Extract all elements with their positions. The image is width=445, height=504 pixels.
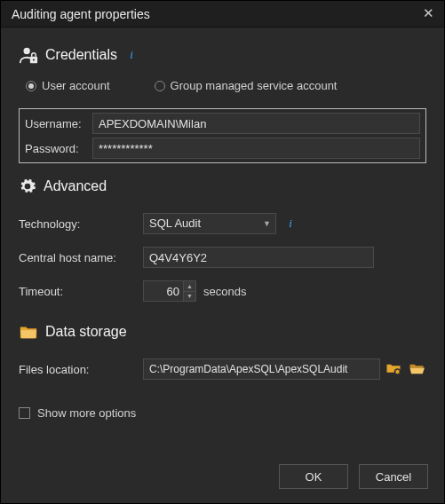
- account-type-group: User account Group managed service accou…: [19, 79, 426, 92]
- user-lock-icon: [19, 45, 38, 65]
- storage-header: Data storage: [19, 323, 426, 341]
- browse-network-button[interactable]: [384, 359, 403, 379]
- files-location-row: [143, 358, 426, 380]
- dialog-body: Credentials i User account Group managed…: [1, 28, 444, 453]
- info-icon[interactable]: i: [124, 48, 139, 62]
- radio-user-account[interactable]: User account: [26, 79, 110, 92]
- technology-value: SQL Audit: [143, 213, 276, 234]
- svg-point-3: [26, 185, 29, 188]
- svg-point-0: [24, 48, 30, 54]
- storage-heading: Data storage: [45, 324, 127, 340]
- timeout-stepper[interactable]: ▲ ▼: [143, 280, 196, 302]
- folder-open-icon: [409, 362, 425, 376]
- storage-form: Files location:: [19, 358, 426, 380]
- username-label: Username:: [25, 117, 87, 130]
- close-button[interactable]: ✕: [419, 5, 437, 23]
- credentials-box: Username: Password:: [19, 108, 426, 163]
- dialog-footer: OK Cancel: [1, 453, 444, 503]
- username-row: Username:: [25, 113, 420, 134]
- cancel-button[interactable]: Cancel: [359, 464, 428, 489]
- radio-user-label: User account: [42, 79, 110, 92]
- show-more-options[interactable]: Show more options: [19, 406, 426, 420]
- spin-down-button[interactable]: ▼: [183, 292, 195, 302]
- timeout-unit: seconds: [203, 285, 246, 298]
- technology-select[interactable]: SQL Audit ▼: [143, 213, 276, 234]
- timeout-row: ▲ ▼ seconds: [143, 280, 426, 302]
- central-host-field[interactable]: [143, 247, 374, 268]
- technology-row: SQL Audit ▼ i: [143, 213, 426, 234]
- password-field[interactable]: [92, 138, 420, 159]
- titlebar: Auditing agent properties ✕: [1, 1, 444, 28]
- advanced-heading: Advanced: [44, 178, 107, 194]
- radio-dot-icon: [26, 81, 36, 91]
- ok-button[interactable]: OK: [279, 464, 348, 489]
- files-location-label: Files location:: [19, 363, 143, 376]
- radio-dot-icon: [155, 81, 165, 91]
- close-icon: ✕: [423, 5, 434, 20]
- radio-gmsa[interactable]: Group managed service account: [155, 79, 338, 92]
- credentials-heading: Credentials: [45, 47, 117, 63]
- gear-icon: [19, 177, 36, 195]
- advanced-form: Technology: SQL Audit ▼ i Central host n…: [19, 213, 426, 302]
- show-more-label: Show more options: [37, 406, 136, 420]
- technology-label: Technology:: [19, 217, 143, 231]
- password-row: Password:: [25, 138, 420, 159]
- radio-gmsa-label: Group managed service account: [171, 79, 338, 92]
- spinner-buttons: ▲ ▼: [183, 281, 195, 301]
- dialog-window: Auditing agent properties ✕ Credentials …: [0, 0, 445, 504]
- password-label: Password:: [25, 142, 87, 155]
- spin-up-button[interactable]: ▲: [183, 281, 195, 292]
- credentials-header: Credentials i: [19, 45, 426, 65]
- checkbox-icon: [19, 407, 30, 419]
- browse-local-button[interactable]: [407, 359, 426, 379]
- host-label: Central host name:: [19, 251, 143, 264]
- advanced-header: Advanced: [19, 177, 426, 195]
- info-icon[interactable]: i: [283, 217, 298, 231]
- username-field[interactable]: [92, 113, 420, 134]
- window-title: Auditing agent properties: [12, 7, 150, 21]
- timeout-label: Timeout:: [19, 285, 143, 298]
- files-location-field[interactable]: [143, 358, 380, 380]
- svg-point-2: [33, 59, 35, 60]
- folder-icon: [19, 323, 38, 341]
- folder-network-icon: [385, 362, 401, 376]
